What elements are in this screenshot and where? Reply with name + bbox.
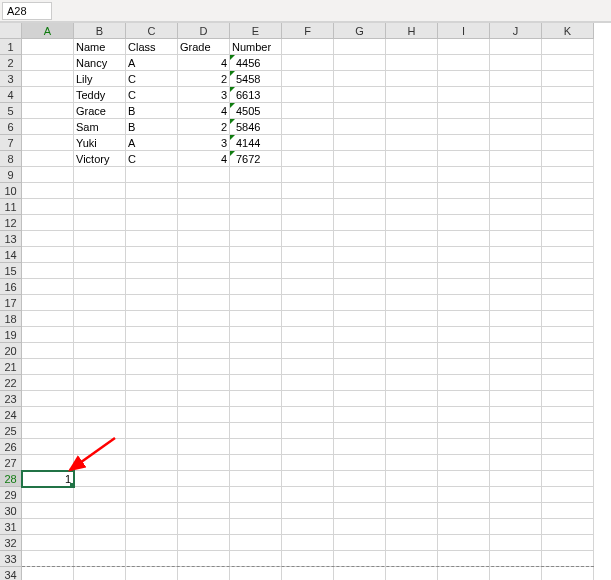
cell-c34[interactable] <box>126 567 178 580</box>
cell-j16[interactable] <box>490 279 542 295</box>
cell-i10[interactable] <box>438 183 490 199</box>
cell-e8[interactable]: 7672 <box>230 151 282 167</box>
cell-a34[interactable] <box>22 567 74 580</box>
cell-h32[interactable] <box>386 535 438 551</box>
cell-a3[interactable] <box>22 71 74 87</box>
cell-k29[interactable] <box>542 487 594 503</box>
cell-k20[interactable] <box>542 343 594 359</box>
cell-i5[interactable] <box>438 103 490 119</box>
col-header-a[interactable]: A <box>22 23 74 39</box>
cell-k32[interactable] <box>542 535 594 551</box>
cell-j3[interactable] <box>490 71 542 87</box>
cell-d4[interactable]: 3 <box>178 87 230 103</box>
cell-i22[interactable] <box>438 375 490 391</box>
cell-k18[interactable] <box>542 311 594 327</box>
row-header-28[interactable]: 28 <box>0 471 22 487</box>
cell-b32[interactable] <box>74 535 126 551</box>
cell-c32[interactable] <box>126 535 178 551</box>
row-header-18[interactable]: 18 <box>0 311 22 327</box>
cell-d32[interactable] <box>178 535 230 551</box>
cell-c19[interactable] <box>126 327 178 343</box>
cell-i26[interactable] <box>438 439 490 455</box>
cell-g14[interactable] <box>334 247 386 263</box>
cell-d7[interactable]: 3 <box>178 135 230 151</box>
cell-i2[interactable] <box>438 55 490 71</box>
cell-a20[interactable] <box>22 343 74 359</box>
cell-g32[interactable] <box>334 535 386 551</box>
cell-i30[interactable] <box>438 503 490 519</box>
row-header-21[interactable]: 21 <box>0 359 22 375</box>
cell-c30[interactable] <box>126 503 178 519</box>
col-header-h[interactable]: H <box>386 23 438 39</box>
cell-a13[interactable] <box>22 231 74 247</box>
cell-a9[interactable] <box>22 167 74 183</box>
cell-g19[interactable] <box>334 327 386 343</box>
cell-k25[interactable] <box>542 423 594 439</box>
row-header-13[interactable]: 13 <box>0 231 22 247</box>
cell-b34[interactable] <box>74 567 126 580</box>
cell-d5[interactable]: 4 <box>178 103 230 119</box>
cell-c16[interactable] <box>126 279 178 295</box>
cell-e20[interactable] <box>230 343 282 359</box>
cell-h22[interactable] <box>386 375 438 391</box>
cell-g5[interactable] <box>334 103 386 119</box>
cell-c9[interactable] <box>126 167 178 183</box>
cell-k6[interactable] <box>542 119 594 135</box>
col-header-j[interactable]: J <box>490 23 542 39</box>
cell-k5[interactable] <box>542 103 594 119</box>
cell-h5[interactable] <box>386 103 438 119</box>
cell-i21[interactable] <box>438 359 490 375</box>
cell-b23[interactable] <box>74 391 126 407</box>
cell-a25[interactable] <box>22 423 74 439</box>
cell-k2[interactable] <box>542 55 594 71</box>
cell-b18[interactable] <box>74 311 126 327</box>
cell-g33[interactable] <box>334 551 386 567</box>
cell-e2[interactable]: 4456 <box>230 55 282 71</box>
row-header-12[interactable]: 12 <box>0 215 22 231</box>
cell-g26[interactable] <box>334 439 386 455</box>
cell-g30[interactable] <box>334 503 386 519</box>
cell-c10[interactable] <box>126 183 178 199</box>
cell-k9[interactable] <box>542 167 594 183</box>
cell-c11[interactable] <box>126 199 178 215</box>
cell-f28[interactable] <box>282 471 334 487</box>
cell-e7[interactable]: 4144 <box>230 135 282 151</box>
cell-g8[interactable] <box>334 151 386 167</box>
cell-c13[interactable] <box>126 231 178 247</box>
cell-d18[interactable] <box>178 311 230 327</box>
cell-e22[interactable] <box>230 375 282 391</box>
cell-i33[interactable] <box>438 551 490 567</box>
cell-g13[interactable] <box>334 231 386 247</box>
cell-f9[interactable] <box>282 167 334 183</box>
cell-j31[interactable] <box>490 519 542 535</box>
cell-i31[interactable] <box>438 519 490 535</box>
cell-j25[interactable] <box>490 423 542 439</box>
cell-g9[interactable] <box>334 167 386 183</box>
cell-j23[interactable] <box>490 391 542 407</box>
cell-j14[interactable] <box>490 247 542 263</box>
cell-c29[interactable] <box>126 487 178 503</box>
cell-g17[interactable] <box>334 295 386 311</box>
cell-i6[interactable] <box>438 119 490 135</box>
cell-e16[interactable] <box>230 279 282 295</box>
cell-e33[interactable] <box>230 551 282 567</box>
cell-c2[interactable]: A <box>126 55 178 71</box>
cell-c22[interactable] <box>126 375 178 391</box>
select-all-corner[interactable] <box>0 23 22 39</box>
cell-g28[interactable] <box>334 471 386 487</box>
cell-b9[interactable] <box>74 167 126 183</box>
cell-c15[interactable] <box>126 263 178 279</box>
cell-d10[interactable] <box>178 183 230 199</box>
cell-i3[interactable] <box>438 71 490 87</box>
cell-f33[interactable] <box>282 551 334 567</box>
cell-d19[interactable] <box>178 327 230 343</box>
cell-d30[interactable] <box>178 503 230 519</box>
cell-c25[interactable] <box>126 423 178 439</box>
cell-g2[interactable] <box>334 55 386 71</box>
cell-k28[interactable] <box>542 471 594 487</box>
cell-b10[interactable] <box>74 183 126 199</box>
cell-h21[interactable] <box>386 359 438 375</box>
cell-a15[interactable] <box>22 263 74 279</box>
cell-i1[interactable] <box>438 39 490 55</box>
cell-e23[interactable] <box>230 391 282 407</box>
